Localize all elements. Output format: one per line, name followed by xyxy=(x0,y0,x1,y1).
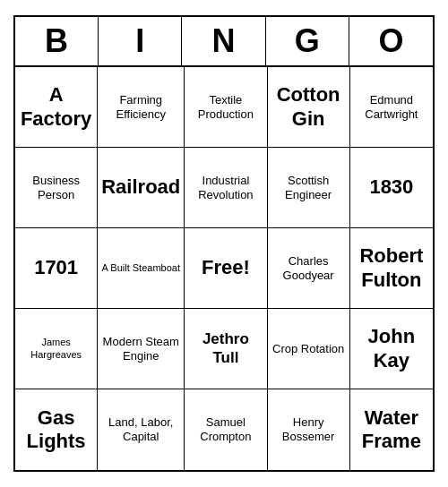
bingo-header-letter: I xyxy=(99,17,182,65)
bingo-cell: 1830 xyxy=(350,148,433,228)
bingo-header-letter: B xyxy=(15,17,99,65)
bingo-cell: Samuel Crompton xyxy=(185,389,267,470)
bingo-cell: Water Frame xyxy=(350,389,433,470)
bingo-header-letter: O xyxy=(349,17,433,65)
bingo-cell: Henry Bossemer xyxy=(268,389,350,470)
bingo-cell: A Built Steamboat xyxy=(98,228,185,309)
bingo-cell: A Factory xyxy=(15,67,98,148)
bingo-cell: John Kay xyxy=(350,309,433,389)
bingo-grid: A FactoryFarming EfficiencyTextile Produ… xyxy=(15,67,433,470)
bingo-cell: Scottish Engineer xyxy=(268,148,350,228)
bingo-cell: Free! xyxy=(185,228,267,309)
bingo-header: BINGO xyxy=(15,17,433,67)
bingo-header-letter: N xyxy=(182,17,265,65)
bingo-cell: Railroad xyxy=(98,148,185,228)
bingo-cell: Gas Lights xyxy=(15,389,98,470)
bingo-cell: Farming Efficiency xyxy=(98,67,185,148)
bingo-cell: Textile Production xyxy=(185,67,267,148)
bingo-cell: 1701 xyxy=(15,228,98,309)
bingo-cell: Crop Rotation xyxy=(268,309,350,389)
bingo-cell: Charles Goodyear xyxy=(268,228,350,309)
bingo-cell: Land, Labor, Capital xyxy=(98,389,185,470)
bingo-card: BINGO A FactoryFarming EfficiencyTextile… xyxy=(13,15,435,472)
bingo-cell: Modern Steam Engine xyxy=(98,309,185,389)
bingo-cell: Business Person xyxy=(15,148,98,228)
bingo-cell: James Hargreaves xyxy=(15,309,98,389)
bingo-cell: Jethro Tull xyxy=(185,309,267,389)
bingo-cell: Robert Fulton xyxy=(350,228,433,309)
bingo-cell: Cotton Gin xyxy=(268,67,350,148)
bingo-cell: Industrial Revolution xyxy=(185,148,267,228)
bingo-cell: Edmund Cartwright xyxy=(350,67,433,148)
bingo-header-letter: G xyxy=(266,17,349,65)
